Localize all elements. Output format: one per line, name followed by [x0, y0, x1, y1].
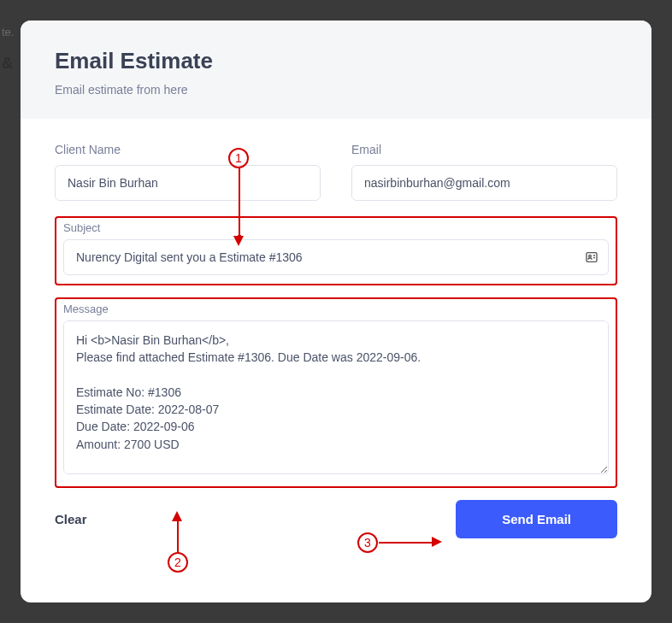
subject-highlight-box: Subject [55, 216, 617, 285]
form-row-client-email: Client Name Email [55, 143, 617, 201]
contact-card-icon[interactable] [585, 250, 598, 264]
message-label: Message [63, 303, 609, 315]
bg-text: & [2, 55, 13, 73]
modal-title: Email Estimate [55, 48, 617, 74]
message-textarea[interactable] [63, 320, 609, 474]
svg-point-1 [589, 255, 592, 257]
bg-text: te. [2, 26, 14, 38]
email-input[interactable] [351, 165, 617, 201]
email-group: Email [351, 143, 617, 201]
subject-input-wrap [63, 239, 609, 275]
client-name-group: Client Name [55, 143, 321, 201]
clear-button[interactable]: Clear [55, 505, 87, 533]
svg-rect-0 [587, 253, 597, 262]
modal-header: Email Estimate Email estimate from here [21, 21, 651, 119]
client-name-label: Client Name [55, 143, 321, 156]
message-highlight-box: Message [55, 297, 617, 488]
modal-footer: Clear Send Email [55, 500, 617, 538]
client-name-input[interactable] [55, 165, 321, 201]
send-email-button[interactable]: Send Email [456, 500, 617, 538]
modal-subtitle: Email estimate from here [55, 83, 617, 97]
subject-input[interactable] [63, 239, 609, 275]
subject-label: Subject [63, 221, 609, 234]
modal-body: Client Name Email Subject [21, 119, 651, 602]
email-label: Email [351, 143, 617, 156]
email-estimate-modal: Email Estimate Email estimate from here … [21, 21, 651, 602]
